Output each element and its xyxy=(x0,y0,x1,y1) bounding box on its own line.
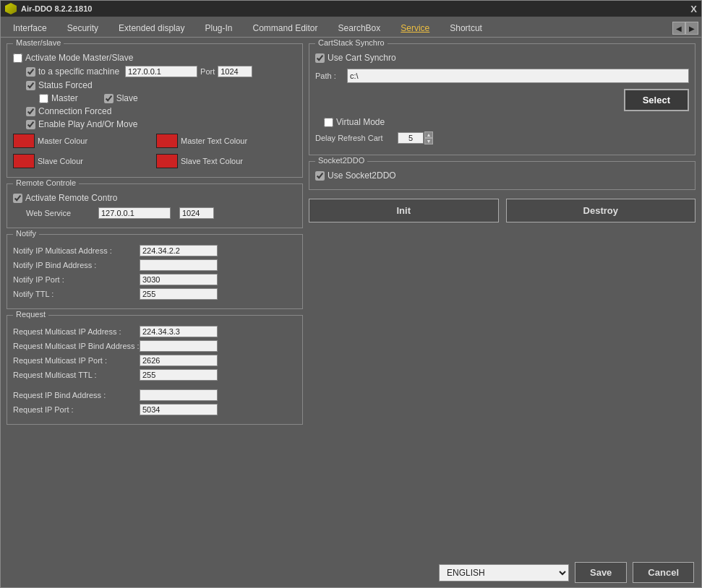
tab-plugin[interactable]: Plug-In xyxy=(195,20,241,37)
port-input[interactable] xyxy=(218,66,252,77)
left-column: Master/slave Activate Mode Master/Slave … xyxy=(7,43,303,552)
tab-command-editor[interactable]: Command Editor xyxy=(244,20,328,37)
request-ip-port-input[interactable] xyxy=(140,404,218,415)
connection-forced-checkbox[interactable] xyxy=(26,107,35,116)
tab-interface[interactable]: Interface xyxy=(4,20,56,37)
master-slave-title: Master/slave xyxy=(13,38,64,47)
remote-controls-title: Remote Controle xyxy=(13,178,79,187)
master-text-colour-label: Master Text Colour xyxy=(181,137,247,145)
socket2ddo-title: Socket2DDO xyxy=(315,156,367,165)
cartstack-title: CartStack Synchro xyxy=(315,38,388,47)
activate-remote-label[interactable]: Activate Remote Contro xyxy=(13,193,117,203)
slave-colour-box[interactable] xyxy=(13,154,35,168)
slave-colour-row: Slave Colour xyxy=(13,154,153,168)
virtual-mode-label[interactable]: Virtual Mode xyxy=(324,117,385,127)
notify-multicast-address-row: Notify IP Multicast Address : xyxy=(13,245,296,256)
tab-searchbox[interactable]: SearchBox xyxy=(329,20,390,37)
tab-prev-button[interactable]: ◀ xyxy=(672,22,685,35)
save-button[interactable]: Save xyxy=(575,562,627,583)
remote-controls-group: Remote Controle Activate Remote Contro W… xyxy=(7,183,303,228)
web-service-ip-input[interactable] xyxy=(98,207,171,219)
use-cart-synchro-checkbox[interactable] xyxy=(315,53,325,63)
tab-nav-buttons: ◀ ▶ xyxy=(672,22,698,35)
notify-bind-address-input[interactable] xyxy=(140,259,218,271)
web-service-label: Web Service xyxy=(26,209,84,217)
tab-extended-display[interactable]: Extended display xyxy=(109,20,194,37)
master-label[interactable]: Master xyxy=(39,93,78,103)
main-window: Air-DDO 8.2.2.1810 X Interface Security … xyxy=(0,0,702,588)
slave-text-colour-row: Slave Text Colour xyxy=(156,154,296,168)
destroy-button[interactable]: Destroy xyxy=(506,199,696,222)
master-checkbox[interactable] xyxy=(39,94,48,103)
activate-master-slave-label[interactable]: Activate Mode Master/Slave xyxy=(13,53,133,63)
tab-next-button[interactable]: ▶ xyxy=(685,22,698,35)
delay-label: Delay Refresh Cart xyxy=(315,134,395,142)
activate-remote-checkbox[interactable] xyxy=(13,194,22,203)
select-button[interactable]: Select xyxy=(624,89,689,111)
use-socket-checkbox[interactable] xyxy=(315,171,325,181)
request-multicast-ttl-label: Request Multicast TTL : xyxy=(13,371,140,379)
virtual-mode-checkbox[interactable] xyxy=(324,118,333,127)
request-multicast-port-row: Request Multicast IP Port : xyxy=(13,355,296,366)
notify-port-input[interactable] xyxy=(140,274,218,285)
request-bind-address-input[interactable] xyxy=(140,389,218,401)
slave-label[interactable]: Slave xyxy=(104,93,138,103)
delay-decrement-button[interactable]: ▼ xyxy=(424,138,433,144)
request-multicast-ttl-input[interactable] xyxy=(140,369,218,381)
master-slave-group: Master/slave Activate Mode Master/Slave … xyxy=(7,43,303,178)
tab-security[interactable]: Security xyxy=(58,20,108,37)
right-column: CartStack Synchro Use Cart Synchro Path … xyxy=(309,43,695,552)
web-service-port-input[interactable] xyxy=(179,207,214,219)
delay-spinner: ▲ ▼ xyxy=(398,131,433,144)
notify-ttl-input[interactable] xyxy=(140,288,218,300)
language-select[interactable]: ENGLISH xyxy=(439,564,569,581)
bottom-bar: ENGLISH Save Cancel xyxy=(1,558,701,587)
socket2ddo-group: Socket2DDO Use Socket2DDO xyxy=(309,161,695,190)
app-title: Air-DDO 8.2.2.1810 xyxy=(21,4,92,13)
tab-service[interactable]: Service xyxy=(391,20,439,37)
init-button[interactable]: Init xyxy=(309,199,499,222)
request-multicast-port-input[interactable] xyxy=(140,355,218,366)
to-specific-machine-label[interactable]: to a specific machine xyxy=(26,66,119,77)
request-multicast-ttl-row: Request Multicast TTL : xyxy=(13,369,296,381)
request-ip-port-label: Request IP Port : xyxy=(13,405,140,414)
connection-forced-label[interactable]: Connection Forced xyxy=(26,106,111,116)
delay-value-input[interactable] xyxy=(398,132,424,144)
request-multicast-bind-label: Request Multicast IP Bind Address : xyxy=(13,342,140,350)
slave-colour-label: Slave Colour xyxy=(38,157,83,165)
use-cart-synchro-label[interactable]: Use Cart Synchro xyxy=(315,53,396,63)
status-forced-label[interactable]: Status Forced xyxy=(26,80,93,90)
enable-play-label[interactable]: Enable Play And/Or Move xyxy=(26,119,137,129)
app-icon xyxy=(5,3,17,14)
to-specific-machine-checkbox[interactable] xyxy=(26,67,35,77)
notify-multicast-address-input[interactable] xyxy=(140,245,218,256)
status-forced-checkbox[interactable] xyxy=(26,81,35,90)
titlebar-left: Air-DDO 8.2.2.1810 xyxy=(5,3,92,14)
master-colour-box[interactable] xyxy=(13,134,35,148)
enable-play-checkbox[interactable] xyxy=(26,120,35,129)
notify-port-row: Notify IP Port : xyxy=(13,274,296,285)
slave-text-colour-label: Slave Text Colour xyxy=(181,157,243,165)
path-label: Path : xyxy=(315,72,341,80)
master-text-colour-box[interactable] xyxy=(156,134,178,148)
tab-shortcut[interactable]: Shortcut xyxy=(440,20,492,37)
activate-master-slave-checkbox[interactable] xyxy=(13,53,22,63)
request-group: Request Request Multicast IP Address : R… xyxy=(7,315,303,425)
request-multicast-ip-input[interactable] xyxy=(140,326,218,337)
request-multicast-bind-input[interactable] xyxy=(140,340,218,352)
tabs-bar: Interface Security Extended display Plug… xyxy=(1,17,701,38)
ip-address-input[interactable] xyxy=(125,66,197,77)
cancel-button[interactable]: Cancel xyxy=(633,562,694,583)
cartstack-group: CartStack Synchro Use Cart Synchro Path … xyxy=(309,43,695,155)
notify-title: Notify xyxy=(13,229,39,238)
notify-port-label: Notify IP Port : xyxy=(13,275,140,284)
request-title: Request xyxy=(13,310,48,319)
delay-increment-button[interactable]: ▲ xyxy=(424,131,433,138)
path-input[interactable] xyxy=(347,69,689,83)
slave-checkbox[interactable] xyxy=(104,94,114,103)
close-button[interactable]: X xyxy=(690,4,697,14)
slave-text-colour-box[interactable] xyxy=(156,154,178,168)
master-text-colour-row: Master Text Colour xyxy=(156,134,296,148)
request-bind-address-label: Request IP Bind Address : xyxy=(13,391,140,399)
use-socket-label[interactable]: Use Socket2DDO xyxy=(315,170,396,181)
